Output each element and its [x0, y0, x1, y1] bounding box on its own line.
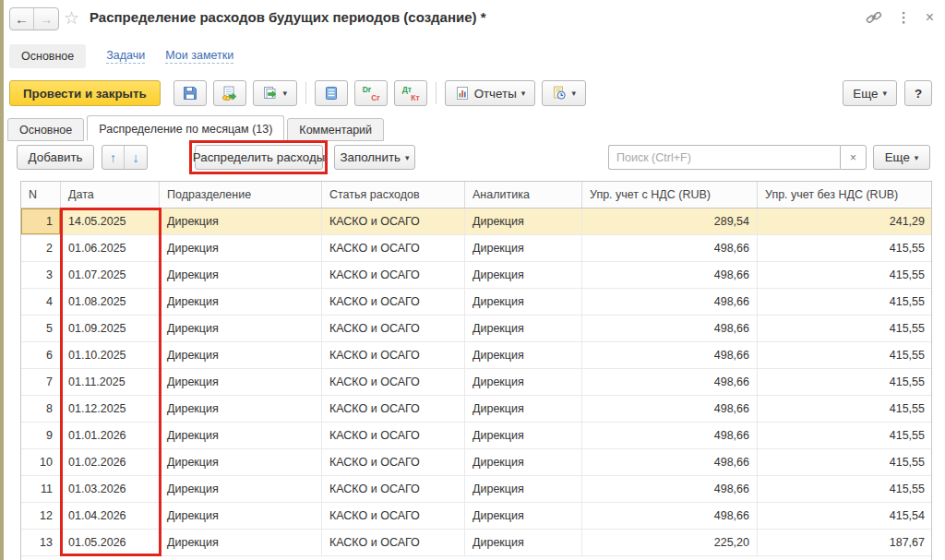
cell-with_vat[interactable]: 498,66: [582, 503, 758, 529]
cell-n[interactable]: 7: [21, 369, 61, 395]
cell-n[interactable]: 10: [21, 449, 61, 475]
cell-analytics[interactable]: Дирекция: [465, 342, 582, 368]
table-row[interactable]: 301.07.2025ДирекцияКАСКО и ОСАГОДирекция…: [21, 262, 931, 289]
table-row[interactable]: 701.11.2025ДирекцияКАСКО и ОСАГОДирекция…: [21, 369, 931, 396]
cell-expense_item[interactable]: КАСКО и ОСАГО: [322, 342, 465, 368]
search-input[interactable]: [608, 145, 840, 170]
scheduled-document-button[interactable]: ▾: [542, 80, 586, 106]
table-row[interactable]: 1101.03.2026ДирекцияКАСКО и ОСАГОДирекци…: [21, 476, 931, 503]
table-row[interactable]: 1001.02.2026ДирекцияКАСКО и ОСАГОДирекци…: [21, 449, 931, 476]
cell-department[interactable]: Дирекция: [160, 289, 322, 315]
cell-analytics[interactable]: Дирекция: [465, 423, 582, 448]
table-row[interactable]: 601.10.2025ДирекцияКАСКО и ОСАГОДирекция…: [21, 342, 931, 369]
cell-expense_item[interactable]: КАСКО и ОСАГО: [322, 396, 465, 422]
cell-with_vat[interactable]: 498,66: [582, 342, 758, 368]
close-icon[interactable]: ×: [926, 8, 934, 27]
cell-without_vat[interactable]: 241,29: [758, 209, 932, 234]
column-header-2[interactable]: Подразделение: [160, 182, 322, 208]
create-based-on-button[interactable]: ▾: [253, 80, 297, 106]
register-records-button[interactable]: [315, 80, 348, 106]
cell-with_vat[interactable]: 498,66: [582, 235, 758, 261]
cell-department[interactable]: Дирекция: [160, 476, 322, 502]
cell-without_vat[interactable]: 415,55: [758, 289, 932, 315]
cell-with_vat[interactable]: 498,66: [582, 369, 758, 395]
cell-analytics[interactable]: Дирекция: [465, 369, 582, 395]
cell-expense_item[interactable]: КАСКО и ОСАГО: [322, 262, 465, 288]
column-header-4[interactable]: Аналитика: [465, 182, 582, 208]
reports-button[interactable]: Отчеты ▾: [445, 80, 536, 106]
search-clear-button[interactable]: ×: [840, 145, 867, 170]
favorite-star-icon[interactable]: ☆: [64, 7, 79, 29]
cell-date[interactable]: 14.05.2025: [61, 209, 160, 234]
cell-department[interactable]: Дирекция: [160, 369, 322, 395]
cell-department[interactable]: Дирекция: [160, 262, 322, 288]
cell-without_vat[interactable]: 415,54: [758, 503, 932, 529]
link-icon[interactable]: [866, 9, 882, 26]
dt-kt-button[interactable]: ДтКт: [394, 80, 427, 106]
table-row[interactable]: 401.08.2025ДирекцияКАСКО и ОСАГОДирекция…: [21, 289, 931, 316]
cell-n[interactable]: 9: [21, 423, 61, 448]
cell-n[interactable]: 6: [21, 342, 61, 368]
cell-department[interactable]: Дирекция: [160, 235, 322, 261]
table-row[interactable]: 801.12.2025ДирекцияКАСКО и ОСАГОДирекция…: [21, 396, 931, 423]
cell-without_vat[interactable]: 415,55: [758, 369, 932, 395]
column-header-3[interactable]: Статья расходов: [322, 182, 465, 208]
cell-without_vat[interactable]: 415,55: [758, 449, 932, 475]
cell-n[interactable]: 12: [21, 503, 61, 529]
cell-expense_item[interactable]: КАСКО и ОСАГО: [322, 235, 465, 261]
cell-n[interactable]: 5: [21, 316, 61, 341]
cell-n[interactable]: 8: [21, 396, 61, 422]
cell-expense_item[interactable]: КАСКО и ОСАГО: [322, 503, 465, 529]
cell-date[interactable]: 01.04.2026: [61, 503, 160, 529]
cell-without_vat[interactable]: 415,55: [758, 235, 932, 261]
cell-date[interactable]: 01.12.2025: [61, 396, 160, 422]
cell-department[interactable]: Дирекция: [160, 396, 322, 422]
cell-date[interactable]: 01.01.2026: [61, 423, 160, 448]
dr-cr-button[interactable]: DrCr: [354, 80, 388, 106]
cell-with_vat[interactable]: 498,66: [582, 476, 758, 502]
table-row[interactable]: 1301.05.2026ДирекцияКАСКО и ОСАГОДирекци…: [21, 530, 931, 556]
cell-n[interactable]: 3: [21, 262, 61, 288]
cell-with_vat[interactable]: 498,66: [582, 396, 758, 422]
cell-date[interactable]: 01.05.2026: [61, 530, 160, 555]
more-menu-icon[interactable]: ⋮: [897, 8, 911, 27]
cell-date[interactable]: 01.02.2026: [61, 449, 160, 475]
cell-date[interactable]: 01.03.2026: [61, 476, 160, 502]
cell-without_vat[interactable]: 415,55: [758, 262, 932, 288]
back-button[interactable]: ←: [10, 8, 34, 30]
column-header-0[interactable]: N: [21, 182, 61, 208]
cell-department[interactable]: Дирекция: [160, 503, 322, 529]
distribute-expenses-button[interactable]: Распределить расходы: [195, 145, 323, 170]
column-header-6[interactable]: Упр. учет без НДС (RUB): [758, 182, 932, 208]
table-row[interactable]: 501.09.2025ДирекцияКАСКО и ОСАГОДирекция…: [21, 316, 931, 342]
cell-n[interactable]: 4: [21, 289, 61, 315]
cell-with_vat[interactable]: 498,66: [582, 262, 758, 288]
cell-analytics[interactable]: Дирекция: [465, 289, 582, 315]
table-row[interactable]: 201.06.2025ДирекцияКАСКО и ОСАГОДирекция…: [21, 235, 931, 262]
cell-analytics[interactable]: Дирекция: [465, 262, 582, 288]
cell-date[interactable]: 01.07.2025: [61, 262, 160, 288]
cell-expense_item[interactable]: КАСКО и ОСАГО: [322, 316, 465, 341]
cell-expense_item[interactable]: КАСКО и ОСАГО: [322, 476, 465, 502]
cell-analytics[interactable]: Дирекция: [465, 209, 582, 234]
cell-analytics[interactable]: Дирекция: [465, 235, 582, 261]
cell-date[interactable]: 01.06.2025: [61, 235, 160, 261]
cell-department[interactable]: Дирекция: [160, 209, 322, 234]
cell-without_vat[interactable]: 415,55: [758, 342, 932, 368]
cell-expense_item[interactable]: КАСКО и ОСАГО: [322, 369, 465, 395]
cell-with_vat[interactable]: 498,66: [582, 449, 758, 475]
tab-comment[interactable]: Комментарий: [287, 118, 384, 141]
cell-analytics[interactable]: Дирекция: [465, 316, 582, 341]
cell-without_vat[interactable]: 187,67: [758, 530, 932, 555]
cell-expense_item[interactable]: КАСКО и ОСАГО: [322, 530, 465, 555]
more-button[interactable]: Еще ▾: [843, 80, 897, 106]
cell-date[interactable]: 01.09.2025: [61, 316, 160, 341]
nav-tab-main[interactable]: Основное: [9, 44, 86, 68]
fill-button[interactable]: Заполнить ▾: [334, 145, 415, 170]
cell-n[interactable]: 1: [21, 209, 61, 234]
cell-analytics[interactable]: Дирекция: [465, 396, 582, 422]
cell-without_vat[interactable]: 415,55: [758, 423, 932, 448]
cell-without_vat[interactable]: 415,55: [758, 316, 932, 341]
cell-without_vat[interactable]: 415,55: [758, 396, 932, 422]
table-row[interactable]: 901.01.2026ДирекцияКАСКО и ОСАГОДирекция…: [21, 423, 931, 449]
